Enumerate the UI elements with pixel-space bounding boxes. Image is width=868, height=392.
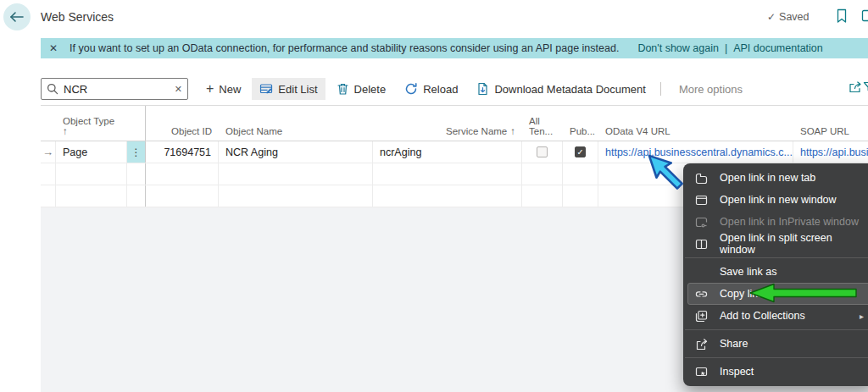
delete-label: Delete (354, 83, 387, 96)
row-options-ellipsis[interactable]: ⋮ (127, 141, 146, 163)
save-status: ✓ Saved (767, 11, 810, 23)
search-input[interactable]: NCR (64, 83, 170, 96)
blank-icon (694, 265, 709, 279)
column-header-service-name[interactable]: Service Name ↑ (373, 106, 522, 141)
menu-separator (685, 257, 868, 258)
column-header-object-type[interactable]: Object Type ↑ (56, 106, 127, 141)
published-checkbox[interactable]: ✓ (575, 146, 586, 157)
clear-search-icon[interactable]: ✕ (175, 84, 182, 95)
api-documentation-link[interactable]: API documentation (733, 42, 823, 54)
menu-item-open-link-in-split-screen-window[interactable]: Open link in split screen window (683, 233, 868, 255)
column-header-published[interactable]: Pub... (563, 106, 598, 141)
back-arrow-icon (9, 11, 25, 23)
download-metadata-label: Download Metadata Document (494, 83, 646, 96)
filter-icon[interactable] (863, 80, 868, 94)
table-row[interactable]: → Page ⋮ 71694751 NCR Aging ncrAging ✓ h… (41, 141, 868, 163)
download-icon (476, 82, 489, 96)
column-header-soap-url[interactable]: SOAP URL (793, 106, 868, 141)
new-button-label: New (219, 83, 241, 96)
check-icon: ✓ (767, 11, 776, 23)
menu-separator (685, 357, 868, 358)
more-options-button[interactable]: More options (671, 79, 750, 100)
notification-actions: Don't show again | API documentation (637, 42, 822, 54)
menu-separator (685, 329, 868, 330)
reload-icon (404, 82, 418, 96)
table-header-row: Object Type ↑ Object ID Object Name Serv… (41, 106, 868, 141)
odata-v4-url-link[interactable]: https://api.businesscentral.dynamics.c..… (598, 141, 793, 163)
published-cell: ✓ (563, 141, 598, 163)
action-toolbar: NCR ✕ + New Edit List Delete Reload Down… (41, 75, 868, 103)
notification-banner: ✕ If you want to set up an OData connect… (41, 38, 868, 58)
submenu-arrow-icon: ▸ (860, 312, 864, 321)
menu-item-open-link-in-new-tab[interactable]: Open link in new tab (683, 167, 868, 189)
green-arrow-annotation (748, 283, 859, 303)
menu-item-save-link-as[interactable]: Save link as (683, 261, 868, 283)
edit-list-label: Edit List (278, 83, 317, 96)
close-notification-icon[interactable]: ✕ (49, 42, 58, 54)
download-metadata-button[interactable]: Download Metadata Document (469, 78, 654, 100)
soap-url-link[interactable]: https://api.busin (793, 141, 868, 163)
more-options-label: More options (679, 83, 743, 96)
new-tab-icon (694, 171, 709, 185)
clipped-toolbar-icon[interactable] (861, 8, 868, 24)
split-screen-icon (694, 237, 709, 251)
edit-list-icon (259, 82, 273, 96)
reload-label: Reload (423, 83, 458, 96)
inspect-icon (694, 365, 709, 379)
plus-icon: + (206, 83, 214, 95)
top-bar: Web Services ✓ Saved (0, 0, 868, 34)
toolbar-divider (660, 82, 661, 96)
active-row-marker: → (41, 141, 56, 163)
dont-show-again-link[interactable]: Don't show again (637, 42, 719, 54)
new-window-icon (694, 193, 709, 207)
collections-icon (694, 309, 709, 323)
cursor-pointer-annotation (647, 153, 686, 192)
save-status-label: Saved (779, 11, 809, 23)
column-header-object-id[interactable]: Object ID (146, 106, 219, 141)
delete-button[interactable]: Delete (329, 78, 394, 100)
edit-list-button[interactable]: Edit List (252, 78, 325, 100)
share-page-button[interactable] (848, 80, 863, 94)
menu-item-open-link-in-new-window[interactable]: Open link in new window (683, 189, 868, 211)
inprivate-icon (694, 215, 709, 229)
reload-button[interactable]: Reload (397, 78, 465, 100)
page-title: Web Services (41, 10, 114, 24)
frozen-column-divider (145, 106, 146, 141)
all-tenants-checkbox[interactable] (537, 146, 548, 157)
column-header-object-name[interactable]: Object Name (219, 106, 373, 141)
search-box[interactable]: NCR ✕ (41, 78, 188, 100)
menu-item-add-to-collections[interactable]: Add to Collections ▸ (683, 305, 868, 327)
share-page-icon (848, 80, 863, 94)
web-services-page: { "header": { "title": "Web Services", "… (0, 0, 868, 392)
object-name-cell[interactable]: NCR Aging (219, 141, 373, 163)
bookmark-icon[interactable] (836, 8, 848, 24)
notification-links-divider: | (725, 42, 727, 54)
menu-item-inspect[interactable]: Inspect (683, 361, 868, 383)
link-icon (694, 287, 709, 301)
object-id-cell[interactable]: 71694751 (146, 141, 219, 163)
search-icon (47, 83, 58, 95)
service-name-cell[interactable]: ncrAging (373, 141, 522, 163)
share-icon (694, 337, 709, 351)
column-header-odata-url[interactable]: OData V4 URL (598, 106, 793, 141)
menu-item-open-link-in-inprivate-window: Open link in InPrivate window (683, 211, 868, 233)
back-button[interactable] (3, 3, 31, 30)
sort-asc-icon: ↑ (510, 126, 515, 136)
sort-asc-icon: ↑ (63, 126, 120, 136)
new-button[interactable]: + New (198, 79, 248, 100)
browser-context-menu: Open link in new tab Open link in new wi… (683, 163, 868, 386)
notification-message: If you want to set up an OData connectio… (70, 42, 619, 54)
column-header-all-tenants[interactable]: All Ten... (522, 106, 563, 141)
all-tenants-cell (522, 141, 563, 163)
object-type-cell[interactable]: Page (56, 141, 127, 163)
menu-item-share[interactable]: Share (683, 333, 868, 355)
delete-icon (337, 82, 349, 96)
